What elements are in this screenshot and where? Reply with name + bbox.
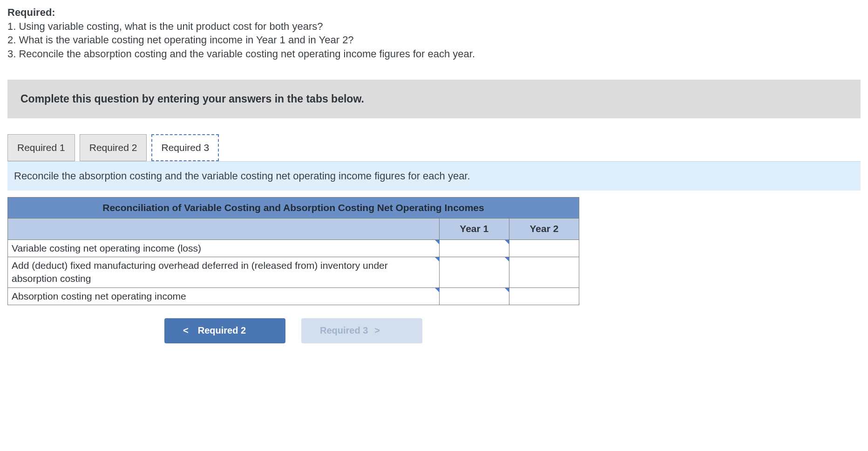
- table-wrap: Reconciliation of Variable Costing and A…: [7, 191, 861, 343]
- row2-year1-input[interactable]: [439, 257, 509, 287]
- row3-year2-input[interactable]: [509, 287, 579, 305]
- table-title: Reconciliation of Variable Costing and A…: [8, 197, 579, 218]
- required-heading: Required:: [7, 6, 861, 20]
- row3-year1-input[interactable]: [439, 287, 509, 305]
- table-header-blank: [8, 219, 440, 239]
- question-2: 2. What is the variable costing net oper…: [7, 33, 861, 47]
- table-header-year2: Year 2: [509, 219, 579, 239]
- tab-instruction: Reconcile the absorption costing and the…: [7, 161, 861, 191]
- tab-required-3[interactable]: Required 3: [151, 134, 219, 161]
- table-row: Add (deduct) fixed manufacturing overhea…: [8, 257, 579, 287]
- chevron-right-icon: >: [374, 325, 380, 336]
- tabs-row: Required 1 Required 2 Required 3: [7, 134, 861, 161]
- question-block: Required: 1. Using variable costing, wha…: [7, 6, 861, 61]
- prev-button[interactable]: < Required 2: [164, 318, 285, 343]
- row2-year2-input[interactable]: [509, 257, 579, 287]
- row3-label: Absorption costing net operating income: [8, 287, 440, 305]
- input-marker-icon: [435, 240, 440, 245]
- next-button-label: Required 3: [320, 325, 368, 336]
- instruction-bar: Complete this question by entering your …: [7, 80, 861, 118]
- input-marker-icon: [435, 288, 440, 293]
- tab-required-1[interactable]: Required 1: [7, 134, 75, 161]
- input-marker-icon: [435, 257, 440, 262]
- table-row: Absorption costing net operating income: [8, 287, 579, 305]
- input-marker-icon: [505, 288, 509, 293]
- reconciliation-table: Reconciliation of Variable Costing and A…: [7, 197, 579, 305]
- row1-label: Variable costing net operating income (l…: [8, 239, 440, 257]
- input-marker-icon: [505, 240, 509, 245]
- tab-required-2[interactable]: Required 2: [80, 134, 147, 161]
- input-marker-icon: [505, 257, 509, 262]
- table-header-year1: Year 1: [439, 219, 509, 239]
- next-button[interactable]: Required 3 >: [301, 318, 422, 343]
- row1-year1-input[interactable]: [439, 239, 509, 257]
- row2-label: Add (deduct) fixed manufacturing overhea…: [8, 257, 440, 287]
- chevron-left-icon: <: [183, 325, 189, 336]
- nav-row: < Required 2 Required 3 >: [7, 305, 579, 343]
- prev-button-label: Required 2: [198, 325, 246, 336]
- question-1: 1. Using variable costing, what is the u…: [7, 20, 861, 34]
- question-3: 3. Reconcile the absorption costing and …: [7, 47, 861, 61]
- row1-year2-input[interactable]: [509, 239, 579, 257]
- table-row: Variable costing net operating income (l…: [8, 239, 579, 257]
